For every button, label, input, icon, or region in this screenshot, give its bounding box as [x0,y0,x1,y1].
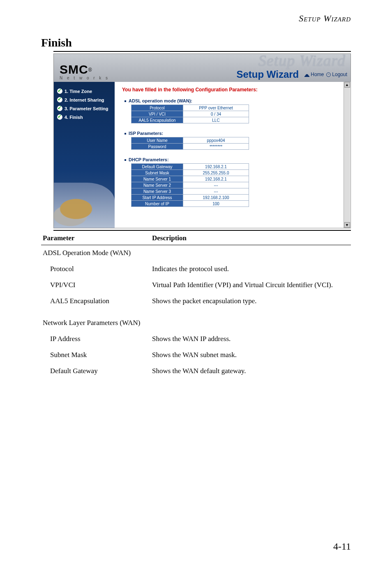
row-label: VPI / VCI [131,111,183,117]
row-value: --- [183,182,249,188]
doc-desc: Shows the WAN IP address. [152,334,351,344]
doc-param: ADSL Operation Mode (WAN) [41,248,152,258]
documentation-table: Parameter Description ADSL Operation Mod… [41,231,351,379]
logout-label: Logout [332,72,347,77]
check-icon [57,114,62,120]
doc-desc: Virtual Path Identifier (VPI) and Virtua… [152,281,351,290]
section-title: Finish [0,29,392,51]
wizard-content: You have filled in the following Configu… [115,82,350,228]
check-icon [57,88,62,94]
doc-param: IP Address [41,334,152,344]
row-label: Name Server 2 [131,182,183,188]
step-label: 1. Time Zone [65,89,92,94]
doc-desc: Shows the WAN subnet mask. [152,350,351,360]
row-label: Default Gateway [131,164,183,170]
row-label: Password [131,144,183,150]
row-value: 100 [183,201,249,207]
row-label: Number of IP [131,201,183,207]
check-icon [57,97,62,102]
home-link[interactable]: Home [304,72,324,77]
adsl-table: ProtocolPPP over Ethernet VPI / VCI0 / 3… [131,104,249,123]
row-value: 0 / 34 [183,111,249,117]
logo-tagline: N e t w o r k s [60,76,109,80]
row-label: User Name [131,137,183,144]
banner: SMC® N e t w o r k s Setup Wizard Setup … [54,54,350,82]
confirmation-header: You have filled in the following Configu… [122,87,343,93]
logout-icon [326,72,331,77]
step-label: 2. Internet Sharing [65,97,104,102]
row-label: Subnet Mask [131,170,183,176]
router-screenshot: SMC® N e t w o r k s Setup Wizard Setup … [53,51,351,231]
doc-param: AAL5 Encapsulation [41,297,152,306]
scroll-up-icon[interactable]: ▲ [344,82,350,88]
row-value: 192.168.2.1 [183,176,249,182]
home-label: Home [311,72,324,77]
doc-param: Network Layer Parameters (WAN) [41,318,152,328]
doc-desc: Indicates the protocol used. [152,265,351,274]
group-dhcp-label: DHCP Parameters: [125,157,343,162]
dhcp-table: Default Gateway192.168.2.1 Subnet Mask25… [131,163,249,207]
isp-table: User Namepppox404 Password******** [131,137,249,150]
row-value: ******** [183,144,249,150]
doc-desc [152,248,351,258]
sidebar-decoration [54,183,115,228]
wizard-sidebar: 1. Time Zone 2. Internet Sharing 3. Para… [54,82,115,228]
row-value: --- [183,188,249,195]
scrollbar[interactable]: ▲ ▼ [344,82,350,228]
row-label: Name Server 1 [131,176,183,182]
step-label: 4. Finish [65,115,83,120]
group-adsl-label: ADSL operation mode (WAN): [125,98,343,103]
banner-ghost-title: Setup Wizard [258,53,346,70]
doc-param: Default Gateway [41,367,152,376]
row-value: 192.168.2.1 [183,164,249,170]
page-header: Setup Wizard [0,0,392,29]
step-label: 3. Parameter Setting [65,106,108,111]
logo-text: SMC [60,63,88,76]
row-label: Start IP Address [131,195,183,201]
doc-desc: Shows the packet encapsulation type. [152,297,351,306]
logo-registered: ® [88,67,92,73]
step-parameter-setting[interactable]: 3. Parameter Setting [54,104,115,113]
page-number: 4-11 [333,541,351,552]
doc-param: Protocol [41,265,152,274]
col-header-parameter: Parameter [41,234,152,242]
row-value: 255.255.255.0 [183,170,249,176]
check-icon [57,106,62,111]
step-time-zone[interactable]: 1. Time Zone [54,87,115,95]
row-value: PPP over Ethernet [183,105,249,111]
group-isp-label: ISP Parameters: [125,131,343,136]
row-label: AAL5 Encapsulation [131,117,183,123]
row-value: 192.168.2.100 [183,195,249,201]
row-label: Name Server 3 [131,188,183,195]
step-finish[interactable]: 4. Finish [54,113,115,121]
scroll-down-icon[interactable]: ▼ [344,222,350,228]
col-header-description: Description [152,234,351,242]
doc-param: Subnet Mask [41,350,152,360]
logout-link[interactable]: Logout [326,72,347,77]
row-value: pppox404 [183,137,249,144]
row-label: Protocol [131,105,183,111]
doc-desc [152,318,351,328]
brand-logo: SMC® N e t w o r k s [60,63,109,80]
step-internet-sharing[interactable]: 2. Internet Sharing [54,95,115,104]
row-value: LLC [183,117,249,123]
doc-desc: Shows the WAN default gateway. [152,367,351,376]
banner-title: Setup Wizard [236,69,299,80]
doc-param: VPI/VCI [41,281,152,290]
home-icon [304,72,309,77]
